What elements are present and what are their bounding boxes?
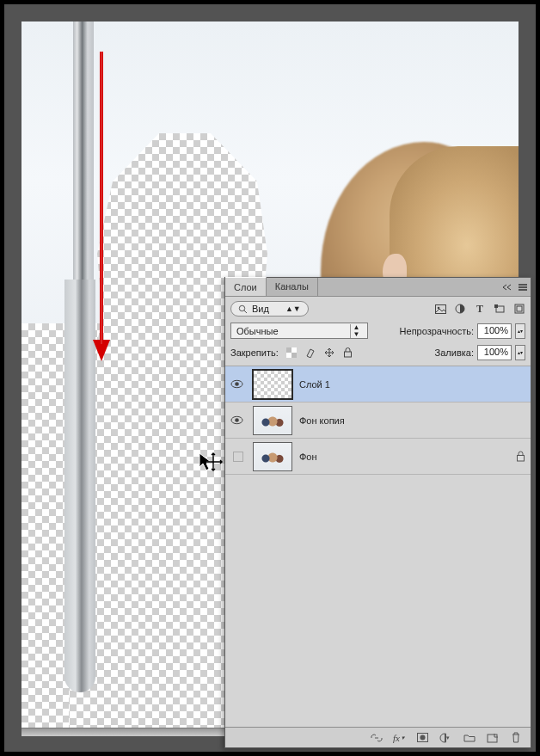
visibility-toggle-icon[interactable] (230, 415, 246, 425)
filter-kind-label: Вид (252, 304, 269, 314)
svg-rect-5 (435, 304, 445, 313)
filter-type-icon[interactable]: T (474, 303, 486, 315)
tab-channels[interactable]: Каналы (267, 278, 318, 296)
filter-smartobj-icon[interactable] (513, 303, 525, 315)
search-icon (238, 304, 248, 314)
layer-row[interactable]: Фон копия (225, 403, 531, 439)
layer-thumbnail[interactable] (253, 442, 292, 471)
fill-input[interactable]: 100% (477, 345, 512, 360)
filter-image-icon[interactable] (434, 303, 446, 315)
layer-name-label[interactable]: Фон копия (299, 415, 345, 426)
svg-point-3 (239, 305, 244, 310)
svg-rect-24 (488, 734, 497, 742)
chevron-updown-icon: ▲▼ (285, 304, 301, 313)
filter-adjust-icon[interactable] (454, 303, 466, 315)
lock-all-icon[interactable] (342, 347, 354, 359)
trash-icon[interactable] (509, 731, 522, 744)
adjustment-layer-icon[interactable]: ▾ (439, 731, 452, 744)
lock-label: Закрепить: (230, 347, 279, 358)
filter-shape-icon[interactable] (494, 303, 506, 315)
lock-row: Закрепить: Заливка: 100% ▴▾ (225, 343, 531, 366)
panel-menu-icon[interactable] (515, 278, 531, 296)
layer-name-label[interactable]: Слой 1 (299, 379, 330, 390)
chevron-updown-icon: ▲▼ (350, 324, 362, 338)
layers-panel: Слои Каналы Вид ▲▼ T (224, 277, 531, 748)
fill-stepper[interactable]: ▴▾ (515, 345, 525, 360)
filter-row: Вид ▲▼ T (225, 297, 531, 321)
group-icon[interactable] (463, 731, 476, 744)
svg-point-22 (420, 735, 426, 741)
svg-rect-14 (291, 353, 297, 358)
visibility-toggle-icon[interactable] (233, 452, 243, 462)
visibility-toggle-icon[interactable] (230, 379, 246, 389)
move-cursor-icon (198, 452, 224, 477)
svg-rect-11 (517, 306, 522, 311)
filter-kind-select[interactable]: Вид ▲▼ (230, 301, 309, 317)
lock-paint-icon[interactable] (304, 347, 316, 359)
opacity-stepper[interactable]: ▴▾ (515, 323, 525, 339)
filter-type-icons: T (434, 303, 525, 315)
svg-point-17 (235, 382, 239, 386)
opacity-label: Непрозрачность: (400, 326, 474, 336)
svg-rect-9 (494, 304, 498, 308)
new-layer-icon[interactable] (486, 731, 499, 744)
blend-mode-select[interactable]: Обычные ▲▼ (230, 323, 368, 339)
layers-list: Слой 1 Фон копия Фон (225, 366, 531, 727)
layers-panel-footer: fx▾ ▾ (225, 727, 531, 747)
panel-tab-bar: Слои Каналы (225, 278, 531, 297)
lock-transparency-icon[interactable] (285, 347, 298, 359)
svg-rect-15 (345, 352, 352, 357)
layer-row[interactable]: Фон (225, 439, 531, 475)
svg-point-19 (235, 418, 239, 422)
locked-icon (516, 451, 525, 462)
mask-icon[interactable] (416, 731, 429, 744)
svg-rect-20 (518, 456, 525, 462)
tab-layers[interactable]: Слои (225, 277, 267, 296)
lock-move-icon[interactable] (323, 347, 335, 359)
layer-name-label[interactable]: Фон (299, 452, 317, 462)
app-frame: Слои Каналы Вид ▲▼ T (4, 4, 536, 752)
svg-line-4 (244, 310, 247, 313)
blend-row: Обычные ▲▼ Непрозрачность: 100% ▴▾ (225, 321, 531, 343)
fill-label: Заливка: (435, 347, 474, 358)
panel-collapse-icon[interactable] (500, 278, 515, 296)
blend-mode-value: Обычные (236, 326, 279, 336)
layer-row[interactable]: Слой 1 (225, 366, 531, 403)
opacity-input[interactable]: 100% (477, 323, 512, 339)
svg-rect-13 (286, 347, 291, 353)
layer-thumbnail[interactable] (253, 406, 292, 435)
link-layers-icon[interactable] (370, 731, 383, 744)
annotation-arrow-down (89, 47, 114, 366)
fx-icon[interactable]: fx▾ (393, 731, 406, 744)
layer-thumbnail[interactable] (253, 370, 292, 399)
